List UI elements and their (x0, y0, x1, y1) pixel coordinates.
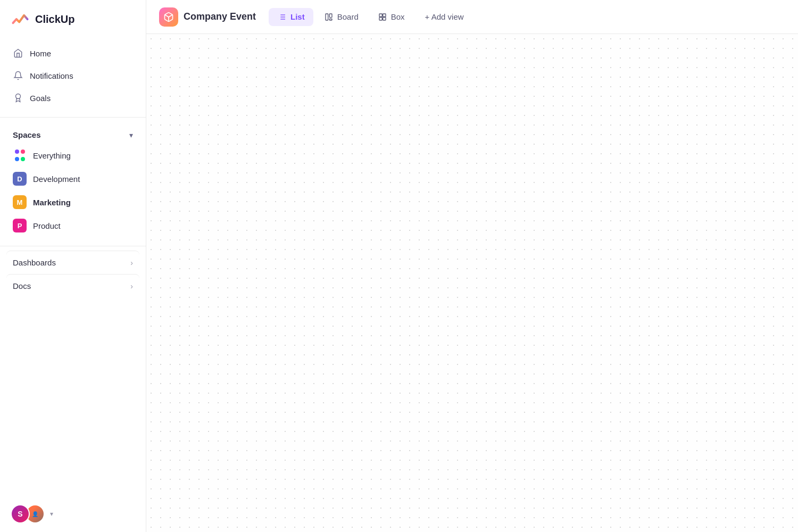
home-label: Home (30, 49, 51, 58)
sidebar: ClickUp Home Notifications (0, 0, 146, 532)
footer-chevron-icon: ▾ (50, 510, 53, 518)
sidebar-item-dashboards[interactable]: Dashboards › (6, 251, 139, 274)
tab-box[interactable]: Box (369, 8, 413, 26)
box-icon (378, 12, 387, 22)
logo-area: ClickUp (0, 0, 146, 38)
sidebar-item-notifications[interactable]: Notifications (6, 65, 139, 86)
development-label: Development (33, 174, 80, 184)
sidebar-item-everything[interactable]: Everything (6, 144, 139, 167)
development-badge: D (13, 172, 27, 186)
view-tabs: List Board (269, 8, 471, 26)
sidebar-item-product[interactable]: P Product (6, 214, 139, 237)
svg-point-0 (16, 94, 21, 99)
tab-list[interactable]: List (269, 8, 313, 26)
divider-1 (0, 117, 146, 118)
main-content: Company Event List (146, 0, 798, 532)
project-icon (159, 7, 178, 27)
svg-rect-11 (379, 14, 382, 16)
sidebar-footer[interactable]: S 👤 ▾ (0, 496, 146, 532)
add-view-button[interactable]: + Add view (418, 8, 471, 26)
tab-board[interactable]: Board (315, 8, 367, 26)
goals-label: Goals (30, 94, 51, 103)
trophy-icon (13, 93, 23, 103)
content-area (146, 34, 798, 532)
chevron-down-icon: ▾ (129, 131, 133, 139)
svg-rect-12 (383, 14, 385, 16)
svg-rect-8 (326, 14, 328, 20)
add-view-label: + Add view (425, 12, 464, 21)
product-label: Product (33, 221, 61, 230)
sidebar-nav: Home Notifications Goals (0, 38, 146, 113)
tab-box-label: Box (391, 12, 405, 21)
spaces-section: Spaces ▾ Everything D Development M (0, 122, 146, 242)
tab-board-label: Board (337, 12, 359, 21)
chevron-right-icon-dashboards: › (130, 259, 133, 267)
svg-rect-10 (329, 19, 332, 20)
svg-rect-13 (379, 17, 382, 20)
sidebar-item-marketing[interactable]: M Marketing (6, 190, 139, 214)
logo-text: ClickUp (35, 13, 74, 26)
board-icon (324, 12, 334, 22)
marketing-label: Marketing (33, 198, 71, 207)
dashboards-label: Dashboards (13, 258, 56, 267)
header: Company Event List (146, 0, 798, 34)
sidebar-item-docs[interactable]: Docs › (6, 274, 139, 297)
project-name: Company Event (184, 11, 256, 22)
list-icon (277, 12, 287, 22)
divider-2 (0, 246, 146, 246)
product-badge: P (13, 219, 27, 232)
spaces-title: Spaces (13, 130, 41, 139)
svg-rect-14 (383, 17, 385, 20)
sidebar-item-goals[interactable]: Goals (6, 87, 139, 109)
svg-rect-9 (329, 14, 332, 18)
project-info: Company Event (159, 7, 256, 27)
avatar-group: S 👤 (11, 504, 45, 523)
spaces-header[interactable]: Spaces ▾ (6, 126, 139, 144)
bell-icon (13, 70, 23, 81)
sidebar-item-development[interactable]: D Development (6, 167, 139, 190)
bottom-sections: Dashboards › Docs › (0, 251, 146, 297)
chevron-right-icon-docs: › (130, 282, 133, 290)
sidebar-item-home[interactable]: Home (6, 43, 139, 64)
tab-list-label: List (290, 12, 305, 21)
avatar-user-s: S (11, 504, 30, 523)
clickup-logo-icon (11, 10, 30, 29)
everything-dots-icon (13, 148, 27, 162)
docs-label: Docs (13, 281, 31, 290)
notifications-label: Notifications (30, 71, 73, 80)
home-icon (13, 48, 23, 59)
box-3d-icon (163, 12, 174, 22)
marketing-badge: M (13, 195, 27, 209)
everything-label: Everything (33, 151, 71, 160)
